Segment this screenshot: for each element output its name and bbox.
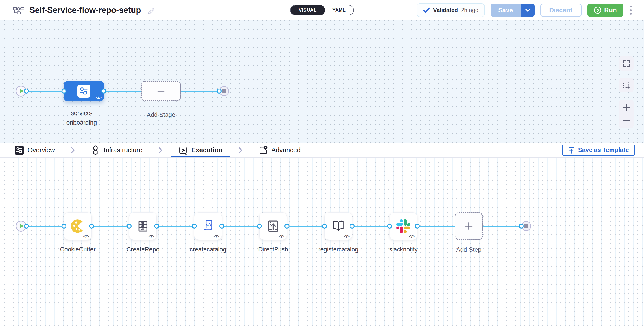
step-card[interactable]: </>	[259, 212, 287, 240]
validation-badge[interactable]: Validated 2h ago	[417, 4, 484, 17]
connector-dot[interactable]	[519, 224, 524, 229]
pipeline-flowchart-icon	[13, 6, 24, 15]
pipeline-studio: Self-Service-flow-repo-setup VISUAL YAML…	[0, 0, 644, 326]
step-label: CookieCutter	[44, 245, 112, 254]
step-label: CreateRepo	[109, 245, 177, 254]
add-stage-node[interactable]	[141, 81, 181, 101]
tab-advanced[interactable]: Advanced	[256, 143, 302, 157]
cookiecutter-icon	[69, 218, 86, 235]
toggle-yaml[interactable]: YAML	[325, 5, 354, 16]
connector-dot[interactable]	[101, 89, 106, 94]
step-card[interactable]: </>	[129, 212, 157, 240]
save-as-template-button[interactable]: Save as Template	[562, 144, 635, 156]
code-badge: </>	[96, 95, 101, 100]
code-badge: </>	[279, 234, 284, 239]
tab-overview[interactable]: Overview	[13, 143, 57, 157]
zoom-controls	[619, 100, 634, 128]
step-label: DirectPush	[239, 245, 307, 254]
connector-dot[interactable]	[62, 89, 66, 94]
fullscreen-button[interactable]	[619, 56, 634, 71]
connector-dot[interactable]	[62, 224, 66, 229]
add-stage-label: Add Stage	[127, 110, 195, 120]
header: Self-Service-flow-repo-setup VISUAL YAML…	[0, 0, 644, 20]
tab-execution[interactable]: Execution	[176, 143, 224, 157]
add-step-node[interactable]	[455, 212, 483, 240]
connector-dot[interactable]	[284, 224, 290, 229]
zoom-in-icon[interactable]	[622, 103, 631, 112]
connector-dot[interactable]	[89, 224, 94, 229]
chevron-right-icon	[71, 147, 75, 153]
connector-dot[interactable]	[219, 224, 224, 229]
connector-dot[interactable]	[350, 224, 354, 229]
connector-dot[interactable]	[322, 224, 327, 229]
save-split-button: Save	[491, 4, 534, 17]
marquee-select-button[interactable]	[619, 78, 634, 92]
upload-template-icon	[568, 146, 575, 154]
code-badge: </>	[148, 234, 154, 239]
step-card[interactable]: </>	[390, 212, 417, 240]
code-badge: </>	[214, 234, 219, 239]
infrastructure-hexagons-icon	[91, 145, 100, 155]
connector-dot[interactable]	[24, 89, 29, 94]
register-book-icon	[330, 218, 346, 234]
run-button[interactable]: Run	[588, 4, 623, 17]
header-actions: Validated 2h ago Save Discard Run	[417, 4, 633, 17]
slack-icon	[396, 219, 410, 233]
check-icon	[423, 7, 430, 13]
plus-icon	[464, 221, 474, 231]
play-circle-icon	[594, 6, 602, 14]
step-card[interactable]: </>	[324, 212, 352, 240]
step-card[interactable]: </>	[64, 212, 92, 240]
catalog-script-icon: </>	[200, 218, 216, 234]
code-badge: </>	[344, 234, 349, 239]
zoom-out-icon[interactable]	[622, 116, 631, 125]
save-button[interactable]: Save	[491, 4, 520, 17]
svg-text:</>: </>	[206, 223, 212, 227]
overview-stage-icon	[14, 145, 24, 155]
chevron-right-icon	[158, 147, 162, 153]
validation-status: Validated	[433, 7, 458, 13]
connector-dot[interactable]	[192, 224, 197, 229]
connector-dot[interactable]	[24, 224, 29, 229]
stage-canvas[interactable]: </> service- onboarding Add Stage	[0, 20, 644, 143]
stage-tabbar: Overview Infrastructure Execution	[0, 143, 644, 158]
connector-dot[interactable]	[257, 224, 262, 229]
chevron-right-icon	[238, 147, 242, 153]
add-step-label: Add Step	[435, 245, 503, 254]
connector-dot[interactable]	[154, 224, 159, 229]
direct-push-icon	[266, 218, 281, 234]
tab-infrastructure[interactable]: Infrastructure	[89, 143, 144, 157]
stage-flow-line	[22, 91, 223, 92]
play-icon	[20, 224, 24, 228]
stage-type-icon	[77, 84, 90, 98]
advanced-doc-gear-icon	[258, 145, 268, 155]
connector-dot[interactable]	[415, 224, 420, 229]
step-label: registercatalog	[304, 245, 372, 254]
chevron-down-icon	[525, 8, 530, 12]
stage-label: service- onboarding	[48, 108, 116, 127]
mode-toggle[interactable]: VISUAL YAML	[290, 5, 354, 16]
kebab-menu-icon[interactable]	[629, 5, 633, 16]
edit-pencil-icon[interactable]	[147, 6, 155, 14]
discard-button[interactable]: Discard	[540, 4, 582, 17]
plus-icon	[156, 87, 166, 96]
fullscreen-icon	[622, 59, 631, 68]
step-label: createcatalog	[174, 245, 242, 254]
connector-dot[interactable]	[127, 224, 132, 229]
play-icon	[20, 89, 24, 93]
connector-dot[interactable]	[387, 224, 392, 229]
toggle-visual[interactable]: VISUAL	[290, 5, 325, 16]
code-badge: </>	[84, 234, 89, 239]
step-label: slacknotify	[370, 245, 437, 254]
execution-play-icon	[178, 145, 188, 155]
marquee-select-icon	[622, 80, 631, 89]
step-card[interactable]: </></>	[194, 212, 222, 240]
connector-dot[interactable]	[217, 89, 222, 94]
code-badge: </>	[409, 234, 414, 239]
page-title: Self-Service-flow-repo-setup	[30, 6, 141, 15]
repo-drawers-icon	[136, 219, 150, 234]
execution-canvas[interactable]: Add Step </>CookieCutter</>CreateRepo</>…	[0, 158, 644, 326]
save-dropdown-button[interactable]	[520, 4, 534, 17]
stage-node-service-onboarding[interactable]: </>	[64, 81, 104, 101]
validation-time: 2h ago	[461, 7, 478, 13]
